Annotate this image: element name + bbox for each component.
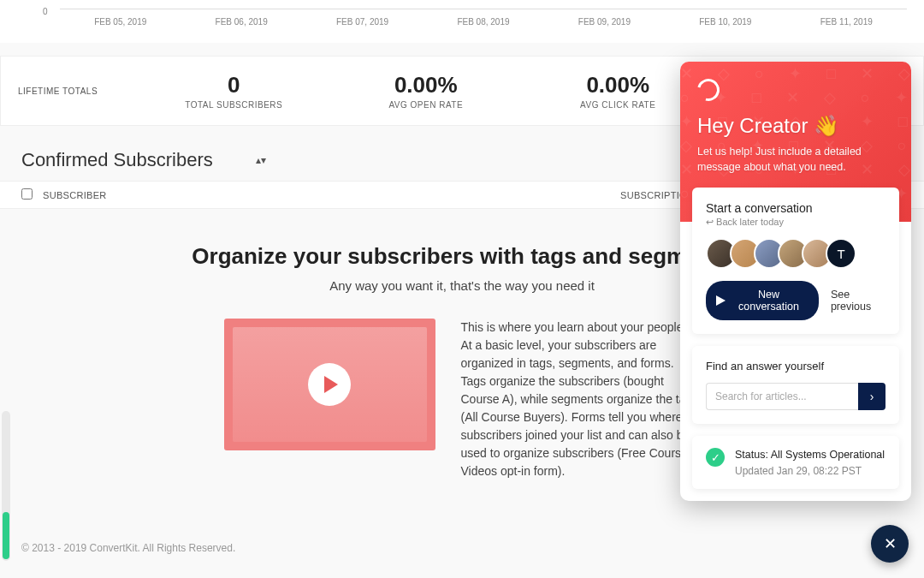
chat-status-card[interactable]: ✓ Status: All Systems Operational Update… bbox=[692, 436, 899, 489]
footer-copyright: © 2013 - 2019 ConvertKit. All Rights Res… bbox=[21, 542, 235, 554]
chart-x-tick: FEB 05, 2019 bbox=[94, 17, 146, 27]
chat-greeting: Hey Creator 👋 bbox=[697, 114, 894, 138]
filter-label: Confirmed Subscribers bbox=[21, 149, 213, 171]
new-conversation-button[interactable]: New conversation bbox=[706, 281, 819, 320]
chat-search-card: Find an answer yourself › bbox=[692, 346, 899, 424]
chart-x-tick: FEB 11, 2019 bbox=[820, 17, 873, 27]
chart-x-tick: FEB 09, 2019 bbox=[578, 17, 631, 27]
chart-x-axis: FEB 05, 2019 FEB 06, 2019 FEB 07, 2019 F… bbox=[60, 17, 907, 27]
select-all-cell bbox=[21, 188, 38, 201]
chat-subtitle: Let us help! Just include a detailed mes… bbox=[697, 145, 894, 175]
metric-value: 0.00% bbox=[330, 72, 523, 98]
select-all-checkbox[interactable] bbox=[21, 188, 33, 200]
chat-convo-title: Start a conversation bbox=[706, 201, 886, 215]
empty-paragraph: This is where you learn about your peopl… bbox=[461, 319, 701, 480]
metric-open-rate: 0.00% AVG OPEN RATE bbox=[330, 72, 523, 110]
chat-search-button[interactable]: › bbox=[858, 383, 886, 410]
empty-body: This is where you learn about your peopl… bbox=[163, 319, 761, 480]
chart-area: 0 FEB 05, 2019 FEB 06, 2019 FEB 07, 2019… bbox=[0, 0, 924, 43]
scroll-thumb[interactable] bbox=[3, 512, 9, 559]
chart-x-tick: FEB 10, 2019 bbox=[699, 17, 751, 27]
status-ok-icon: ✓ bbox=[706, 448, 725, 467]
avatar-initial: T bbox=[826, 238, 856, 269]
chart-y-zero: 0 bbox=[43, 7, 48, 16]
new-conversation-label: New conversation bbox=[732, 289, 805, 313]
intro-video-thumbnail[interactable] bbox=[224, 319, 435, 450]
chat-actions: New conversation See previous bbox=[706, 281, 886, 320]
chat-reply-time: ↩ Back later today bbox=[706, 217, 886, 228]
close-icon: ✕ bbox=[884, 534, 897, 553]
chevron-right-icon: › bbox=[870, 390, 874, 403]
chat-conversation-card: Start a conversation ↩ Back later today … bbox=[692, 188, 899, 334]
chat-search-input[interactable] bbox=[706, 383, 858, 410]
chart-x-tick: FEB 06, 2019 bbox=[216, 17, 268, 27]
see-previous-link[interactable]: See previous bbox=[831, 289, 886, 313]
support-chat-widget: ✕ ◇ ○ ✦ □ ✕ ◇ ○ ✦ □ ✕ ◇ ○ ✦ ✦ □ ✕ ◇ ○ ✦ … bbox=[680, 62, 911, 501]
column-subscriber[interactable]: SUBSCRIBER bbox=[38, 190, 620, 200]
scroll-indicator bbox=[2, 411, 10, 561]
metric-total-subscribers: 0 TOTAL SUBSCRIBERS bbox=[138, 72, 330, 110]
chart-x-tick: FEB 08, 2019 bbox=[457, 17, 509, 27]
chart-x-tick: FEB 07, 2019 bbox=[336, 17, 388, 27]
chart-baseline bbox=[60, 9, 907, 9]
chat-close-button[interactable]: ✕ bbox=[871, 525, 909, 563]
chat-agent-avatars: T bbox=[706, 238, 886, 269]
subscribers-filter-dropdown[interactable]: Confirmed Subscribers ▴▾ bbox=[21, 149, 266, 171]
play-icon bbox=[308, 363, 351, 406]
status-label: Status: All Systems Operational bbox=[735, 448, 885, 463]
chat-search-row: › bbox=[706, 383, 886, 410]
metric-value: 0 bbox=[138, 72, 330, 98]
metric-label: TOTAL SUBSCRIBERS bbox=[138, 100, 330, 110]
send-icon bbox=[716, 295, 726, 306]
chat-search-title: Find an answer yourself bbox=[706, 360, 886, 372]
metric-label: AVG OPEN RATE bbox=[330, 100, 523, 110]
status-updated: Updated Jan 29, 08:22 PST bbox=[735, 465, 885, 477]
lifetime-totals-label: LIFETIME TOTALS bbox=[18, 86, 138, 96]
sort-icon: ▴▾ bbox=[256, 154, 266, 166]
